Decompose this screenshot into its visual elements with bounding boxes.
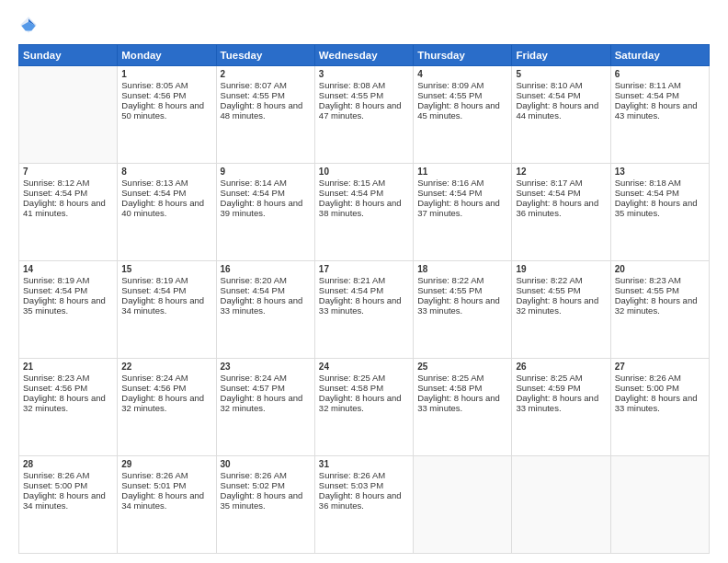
sunrise: Sunrise: 8:22 AM: [417, 275, 483, 285]
day-number: 17: [319, 264, 409, 274]
calendar-cell: 7Sunrise: 8:12 AMSunset: 4:54 PMDaylight…: [19, 164, 118, 261]
day-number: 13: [615, 167, 705, 177]
sunset: Sunset: 4:55 PM: [615, 285, 679, 295]
daylight: Daylight: 8 hours and 32 minutes.: [23, 393, 106, 413]
day-number: 8: [121, 167, 211, 177]
calendar-cell: 17Sunrise: 8:21 AMSunset: 4:54 PMDayligh…: [314, 261, 413, 359]
calendar-cell: 20Sunrise: 8:23 AMSunset: 4:55 PMDayligh…: [610, 261, 709, 359]
sunrise: Sunrise: 8:10 AM: [516, 80, 582, 90]
daylight: Daylight: 8 hours and 36 minutes.: [516, 198, 598, 218]
daylight: Daylight: 8 hours and 47 minutes.: [319, 100, 402, 121]
day-number: 12: [516, 167, 606, 177]
daylight: Daylight: 8 hours and 33 minutes.: [319, 295, 402, 316]
daylight: Daylight: 8 hours and 44 minutes.: [516, 100, 598, 121]
day-number: 5: [516, 69, 606, 79]
sunset: Sunset: 4:54 PM: [516, 188, 580, 198]
daylight: Daylight: 8 hours and 39 minutes.: [221, 198, 303, 218]
daylight: Daylight: 8 hours and 32 minutes.: [615, 295, 698, 316]
daylight: Daylight: 8 hours and 38 minutes.: [319, 198, 402, 218]
calendar-cell: 12Sunrise: 8:17 AMSunset: 4:54 PMDayligh…: [512, 164, 610, 261]
calendar-cell: [19, 66, 118, 164]
calendar-cell: 26Sunrise: 8:25 AMSunset: 4:59 PMDayligh…: [512, 359, 610, 456]
day-number: 20: [615, 264, 705, 274]
calendar-cell: 18Sunrise: 8:22 AMSunset: 4:55 PMDayligh…: [414, 261, 512, 359]
calendar-cell: 3Sunrise: 8:08 AMSunset: 4:55 PMDaylight…: [314, 66, 413, 164]
day-number: 2: [221, 69, 311, 79]
sunrise: Sunrise: 8:07 AM: [221, 80, 287, 90]
calendar-cell: 24Sunrise: 8:25 AMSunset: 4:58 PMDayligh…: [314, 359, 413, 456]
daylight: Daylight: 8 hours and 34 minutes.: [121, 295, 204, 316]
sunrise: Sunrise: 8:20 AM: [221, 275, 287, 285]
sunrise: Sunrise: 8:18 AM: [615, 178, 681, 188]
day-of-week-header: Thursday: [414, 45, 512, 66]
sunrise: Sunrise: 8:24 AM: [121, 373, 188, 383]
calendar-cell: 11Sunrise: 8:16 AMSunset: 4:54 PMDayligh…: [414, 164, 512, 261]
sunset: Sunset: 4:54 PM: [221, 285, 285, 295]
calendar-cell: 9Sunrise: 8:14 AMSunset: 4:54 PMDaylight…: [216, 164, 314, 261]
sunset: Sunset: 5:03 PM: [319, 480, 383, 490]
day-number: 21: [23, 362, 113, 372]
sunset: Sunset: 5:00 PM: [23, 480, 87, 490]
sunrise: Sunrise: 8:05 AM: [121, 80, 188, 90]
daylight: Daylight: 8 hours and 33 minutes.: [417, 295, 500, 316]
day-number: 24: [319, 362, 409, 372]
sunset: Sunset: 4:54 PM: [615, 90, 679, 100]
calendar-cell: 4Sunrise: 8:09 AMSunset: 4:55 PMDaylight…: [414, 66, 512, 164]
calendar-cell: 1Sunrise: 8:05 AMSunset: 4:56 PMDaylight…: [118, 66, 216, 164]
sunset: Sunset: 4:55 PM: [417, 90, 482, 100]
day-number: 25: [417, 362, 507, 372]
calendar-cell: 5Sunrise: 8:10 AMSunset: 4:54 PMDaylight…: [512, 66, 610, 164]
calendar-cell: 2Sunrise: 8:07 AMSunset: 4:55 PMDaylight…: [216, 66, 314, 164]
day-number: 29: [121, 459, 211, 469]
day-number: 3: [319, 69, 409, 79]
sunset: Sunset: 4:55 PM: [516, 285, 580, 295]
sunset: Sunset: 4:54 PM: [319, 285, 383, 295]
daylight: Daylight: 8 hours and 33 minutes.: [221, 295, 303, 316]
sunrise: Sunrise: 8:26 AM: [319, 470, 385, 480]
day-of-week-header: Saturday: [610, 45, 709, 66]
sunrise: Sunrise: 8:19 AM: [121, 275, 188, 285]
sunrise: Sunrise: 8:22 AM: [516, 275, 582, 285]
calendar-cell: 8Sunrise: 8:13 AMSunset: 4:54 PMDaylight…: [118, 164, 216, 261]
daylight: Daylight: 8 hours and 37 minutes.: [417, 198, 500, 218]
sunrise: Sunrise: 8:19 AM: [23, 275, 89, 285]
day-number: 10: [319, 167, 409, 177]
daylight: Daylight: 8 hours and 34 minutes.: [23, 490, 106, 511]
calendar-cell: 27Sunrise: 8:26 AMSunset: 5:00 PMDayligh…: [610, 359, 709, 456]
daylight: Daylight: 8 hours and 48 minutes.: [221, 100, 303, 121]
day-of-week-header: Wednesday: [314, 45, 413, 66]
day-number: 15: [121, 264, 211, 274]
calendar-cell: 10Sunrise: 8:15 AMSunset: 4:54 PMDayligh…: [314, 164, 413, 261]
calendar-cell: 6Sunrise: 8:11 AMSunset: 4:54 PMDaylight…: [610, 66, 709, 164]
sunset: Sunset: 4:55 PM: [221, 90, 285, 100]
day-number: 27: [615, 362, 705, 372]
day-number: 26: [516, 362, 606, 372]
sunrise: Sunrise: 8:12 AM: [23, 178, 89, 188]
calendar-cell: 31Sunrise: 8:26 AMSunset: 5:03 PMDayligh…: [314, 456, 413, 554]
calendar-cell: 21Sunrise: 8:23 AMSunset: 4:56 PMDayligh…: [19, 359, 118, 456]
day-number: 4: [417, 69, 507, 79]
calendar-cell: 25Sunrise: 8:25 AMSunset: 4:58 PMDayligh…: [414, 359, 512, 456]
sunrise: Sunrise: 8:09 AM: [417, 80, 483, 90]
sunrise: Sunrise: 8:25 AM: [417, 373, 483, 383]
sunrise: Sunrise: 8:26 AM: [23, 470, 89, 480]
sunset: Sunset: 4:58 PM: [417, 383, 482, 393]
sunset: Sunset: 4:54 PM: [417, 188, 482, 198]
daylight: Daylight: 8 hours and 35 minutes.: [221, 490, 303, 511]
calendar-cell: 16Sunrise: 8:20 AMSunset: 4:54 PMDayligh…: [216, 261, 314, 359]
day-number: 30: [221, 459, 311, 469]
calendar-cell: 30Sunrise: 8:26 AMSunset: 5:02 PMDayligh…: [216, 456, 314, 554]
sunrise: Sunrise: 8:25 AM: [319, 373, 385, 383]
sunrise: Sunrise: 8:14 AM: [221, 178, 287, 188]
sunset: Sunset: 4:58 PM: [319, 383, 383, 393]
daylight: Daylight: 8 hours and 40 minutes.: [121, 198, 204, 218]
sunset: Sunset: 4:59 PM: [516, 383, 580, 393]
sunrise: Sunrise: 8:13 AM: [121, 178, 188, 188]
daylight: Daylight: 8 hours and 35 minutes.: [615, 198, 698, 218]
daylight: Daylight: 8 hours and 32 minutes.: [221, 393, 303, 413]
sunset: Sunset: 4:54 PM: [121, 285, 186, 295]
logo-icon: [18, 15, 39, 35]
day-of-week-header: Friday: [512, 45, 610, 66]
sunset: Sunset: 4:55 PM: [319, 90, 383, 100]
daylight: Daylight: 8 hours and 35 minutes.: [23, 295, 106, 316]
